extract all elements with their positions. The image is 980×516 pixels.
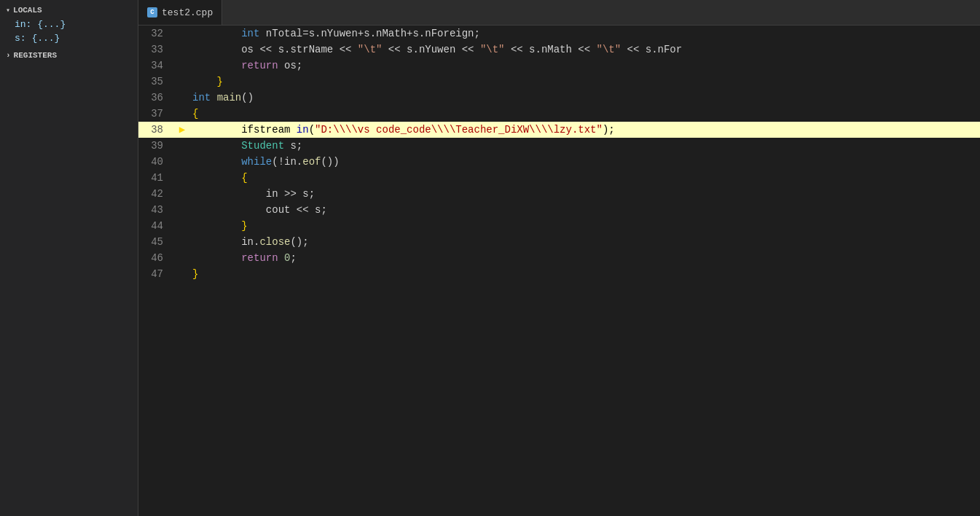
token-plain: cout << s;	[266, 204, 327, 216]
token-brace: }	[192, 268, 198, 280]
code-container[interactable]: 32 int nTotal=s.nYuwen+s.nMath+s.nForeig…	[138, 26, 980, 516]
line-number-37: 37	[138, 106, 175, 122]
sidebar-item-s-label: s: {...}	[15, 33, 60, 44]
breakpoint-col-36	[175, 90, 189, 106]
line-number-44: 44	[138, 218, 175, 234]
line-code-32: int nTotal=s.nYuwen+s.nMath+s.nForeign;	[189, 26, 480, 42]
token-plain: os;	[278, 60, 303, 71]
line-number-34: 34	[138, 58, 175, 74]
token-brace: {	[192, 108, 198, 120]
line-code-47: }	[189, 266, 198, 282]
token-plain: ;	[290, 252, 296, 264]
line-code-39: Student s;	[189, 138, 302, 154]
line-number-33: 33	[138, 42, 175, 58]
breakpoint-col-38: ▶	[175, 122, 189, 138]
line-number-47: 47	[138, 266, 175, 282]
locals-arrow: ▾	[6, 6, 10, 15]
line-number-45: 45	[138, 234, 175, 250]
sidebar: ▾ Locals in: {...} s: {...} › Registers	[0, 0, 138, 516]
line-code-46: return 0;	[189, 250, 297, 266]
line-code-34: return os;	[189, 58, 302, 74]
token-plain: in.	[241, 236, 259, 248]
sidebar-item-in-label: in: {...}	[15, 19, 66, 30]
token-fn-name: eof	[302, 156, 321, 168]
line-code-36: int main()	[189, 90, 254, 106]
breakpoint-col-42	[175, 186, 189, 202]
token-plain: );	[603, 124, 615, 136]
token-string: "\t"	[358, 44, 383, 55]
code-line-45: 45 in.close();	[138, 234, 980, 250]
token-string: "\t"	[480, 44, 505, 55]
code-line-42: 42 in >> s;	[138, 186, 980, 202]
line-number-39: 39	[138, 138, 175, 154]
token-keyword-return: return	[241, 60, 278, 71]
token-plain: << s.nFor	[621, 44, 682, 55]
token-plain: os << s.strName <<	[241, 44, 358, 55]
code-line-47: 47}	[138, 266, 980, 282]
token-brace: {	[241, 172, 247, 184]
token-plain	[211, 92, 216, 103]
code-line-40: 40 while(!in.eof())	[138, 154, 980, 170]
sidebar-item-s[interactable]: s: {...}	[0, 31, 138, 45]
token-keyword: int	[241, 28, 259, 39]
line-code-35: }	[189, 74, 223, 90]
code-line-36: 36int main()	[138, 90, 980, 106]
tab-icon-label: C	[150, 9, 154, 16]
breakpoint-col-40	[175, 154, 189, 170]
line-number-40: 40	[138, 154, 175, 170]
code-line-37: 37{	[138, 106, 980, 122]
breakpoint-col-32	[175, 26, 189, 42]
editor-area: C test2.cpp 32 int nTotal=s.nYuwen+s.nMa…	[138, 0, 980, 516]
code-line-35: 35 }	[138, 74, 980, 90]
line-number-43: 43	[138, 202, 175, 218]
token-fn-name: main	[217, 92, 242, 103]
breakpoint-col-41	[175, 170, 189, 186]
registers-section-header[interactable]: › Registers	[0, 48, 138, 63]
token-plain: (	[309, 124, 315, 136]
token-plain: << s.nYuwen <<	[382, 44, 479, 55]
breakpoint-col-39	[175, 138, 189, 154]
line-code-38: ifstream in("D:\\\\vs code_code\\\\Teach…	[189, 122, 615, 138]
breakpoint-col-47	[175, 266, 189, 282]
token-type-name: Student	[241, 140, 284, 152]
token-plain: s;	[284, 140, 302, 152]
line-code-44: }	[189, 218, 248, 234]
breakpoint-col-33	[175, 42, 189, 58]
code-line-41: 41 {	[138, 170, 980, 186]
line-number-41: 41	[138, 170, 175, 186]
breakpoint-col-45	[175, 234, 189, 250]
line-number-32: 32	[138, 26, 175, 42]
locals-section-header[interactable]: ▾ Locals	[0, 3, 138, 17]
line-number-36: 36	[138, 90, 175, 106]
code-line-39: 39 Student s;	[138, 138, 980, 154]
code-line-46: 46 return 0;	[138, 250, 980, 266]
tab-bar: C test2.cpp	[138, 0, 980, 26]
breakpoint-col-43	[175, 202, 189, 218]
token-keyword-return: return	[241, 252, 278, 264]
code-line-34: 34 return os;	[138, 58, 980, 74]
line-number-38: 38	[138, 122, 175, 138]
token-plain: ();	[290, 236, 308, 248]
code-lines: 32 int nTotal=s.nYuwen+s.nMath+s.nForeig…	[138, 26, 980, 282]
token-plain: ifstream	[241, 124, 297, 136]
token-fn-name: close	[259, 236, 290, 248]
tab-test2cpp[interactable]: C test2.cpp	[138, 0, 222, 25]
token-plain: in >> s;	[266, 188, 315, 200]
registers-label: Registers	[14, 51, 57, 60]
code-line-32: 32 int nTotal=s.nYuwen+s.nMath+s.nForeig…	[138, 26, 980, 42]
sidebar-item-in[interactable]: in: {...}	[0, 17, 138, 31]
code-line-33: 33 os << s.strName << "\t" << s.nYuwen <…	[138, 42, 980, 58]
tab-file-icon: C	[147, 7, 157, 17]
line-code-33: os << s.strName << "\t" << s.nYuwen << "…	[189, 42, 682, 58]
line-code-41: {	[189, 170, 248, 186]
line-code-40: while(!in.eof())	[189, 154, 340, 170]
token-keyword: int	[192, 92, 211, 103]
token-string: "\t"	[597, 44, 622, 55]
registers-arrow: ›	[6, 51, 11, 60]
token-string: "D:\\\\vs code_code\\\\Teacher_DiXW\\\\l…	[315, 124, 603, 136]
token-brace: }	[241, 220, 247, 232]
token-brace: }	[217, 76, 223, 87]
line-number-35: 35	[138, 74, 175, 90]
tab-filename: test2.cpp	[162, 7, 213, 18]
token-keyword: while	[241, 156, 272, 168]
